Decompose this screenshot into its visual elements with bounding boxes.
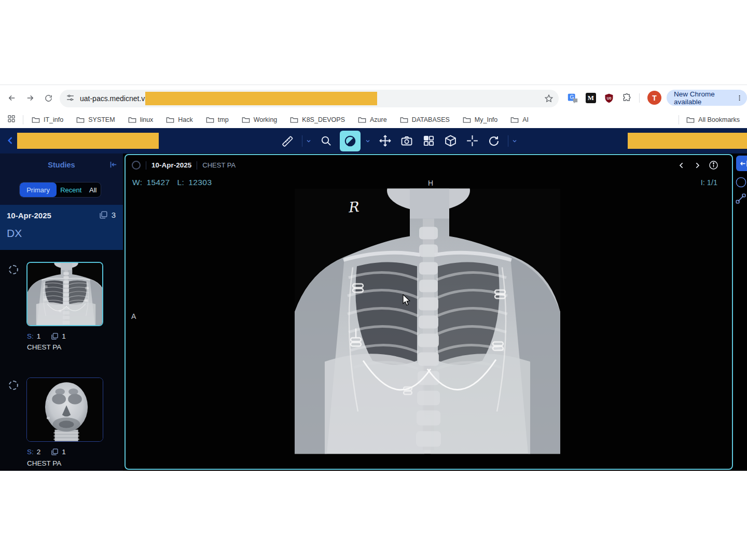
zoom-tool-button[interactable] bbox=[318, 133, 334, 149]
image-index-overlay: I: 1/1 bbox=[701, 178, 717, 187]
divider bbox=[302, 135, 302, 147]
site-info-icon[interactable] bbox=[66, 93, 75, 104]
m-extension-icon[interactable]: M bbox=[584, 91, 598, 105]
new-chrome-button[interactable]: New Chrome available bbox=[667, 90, 747, 106]
window-level-dropdown-chevron-icon[interactable] bbox=[365, 138, 371, 144]
divider bbox=[23, 115, 23, 124]
tab-recent[interactable]: Recent bbox=[57, 183, 85, 197]
expand-right-panel-button[interactable] bbox=[736, 156, 747, 171]
study-modality: DX bbox=[7, 227, 22, 240]
viewport-status-icon[interactable] bbox=[132, 161, 141, 170]
study-date: 10-Apr-2025 bbox=[7, 211, 51, 220]
apps-grid-icon[interactable] bbox=[7, 115, 16, 125]
pan-tool-button[interactable] bbox=[377, 133, 393, 149]
series-2-description: CHEST PA bbox=[27, 459, 61, 467]
tab-primary[interactable]: Primary bbox=[20, 183, 57, 197]
new-chrome-label: New Chrome available bbox=[674, 90, 732, 106]
viewer-body: Studies Primary Recent All 10-Apr-2025 3 bbox=[0, 153, 747, 471]
bookmark-folder-ai[interactable]: AI bbox=[510, 116, 529, 123]
film-side-marker: R bbox=[347, 199, 359, 216]
window-level-tool-button[interactable] bbox=[340, 131, 361, 151]
bookmark-folder-working[interactable]: Working bbox=[242, 116, 278, 123]
image-viewport[interactable]: 10-Apr-2025 CHEST PA W:15427 L:12303 I: bbox=[125, 154, 733, 470]
viewport-study-date: 10-Apr-2025 bbox=[151, 161, 191, 169]
reset-tool-button[interactable] bbox=[486, 133, 502, 149]
thumbnail-status-icon bbox=[9, 265, 18, 274]
bookmark-folder-system[interactable]: SYSTEM bbox=[76, 116, 115, 123]
previous-series-icon[interactable] bbox=[677, 161, 686, 172]
studies-panel-title: Studies bbox=[0, 161, 123, 169]
bookmark-folder-tmp[interactable]: tmp bbox=[206, 116, 229, 123]
divider bbox=[197, 161, 197, 170]
bookmark-star-icon[interactable] bbox=[544, 94, 554, 105]
divider bbox=[508, 135, 508, 147]
patient-info-redaction bbox=[17, 133, 159, 149]
window-level-overlay: W:15427 L:12303 bbox=[132, 178, 212, 187]
url-redaction bbox=[145, 92, 377, 105]
viewport-series-description: CHEST PA bbox=[202, 161, 236, 169]
divider bbox=[146, 161, 146, 170]
bookmark-folder-k8s-devops[interactable]: K8S_DEVOPS bbox=[290, 116, 345, 123]
bookmark-folder-azure[interactable]: Azure bbox=[358, 116, 387, 123]
user-info-redaction bbox=[628, 133, 747, 149]
browser-toolbar: uat-pacs.medicnet.vn/ G M U0 T New Chrom… bbox=[0, 85, 747, 111]
divider bbox=[639, 93, 640, 103]
info-icon[interactable] bbox=[709, 160, 718, 172]
series-thumbnail-2[interactable] bbox=[26, 377, 103, 442]
crosshairs-tool-button[interactable] bbox=[464, 133, 480, 149]
series-2-meta: S: 2 1 bbox=[27, 448, 66, 456]
orientation-marker-left: A bbox=[131, 312, 136, 320]
capture-tool-button[interactable] bbox=[399, 133, 414, 149]
bookmark-folder-my-info[interactable]: My_Info bbox=[463, 116, 497, 123]
translate-extension-icon[interactable]: G bbox=[565, 91, 580, 105]
divider bbox=[679, 115, 679, 124]
browser-forward-button[interactable] bbox=[22, 90, 38, 106]
profile-avatar[interactable]: T bbox=[647, 91, 661, 105]
svg-text:U0: U0 bbox=[607, 96, 612, 100]
xray-image bbox=[295, 188, 560, 454]
address-bar[interactable]: uat-pacs.medicnet.vn/ bbox=[60, 90, 559, 107]
bookmark-folder-linux[interactable]: linux bbox=[128, 116, 154, 123]
bookmark-folder-it-info[interactable]: IT_info bbox=[32, 116, 63, 123]
bookmark-folder-databases[interactable]: DATABASES bbox=[400, 116, 450, 123]
studies-panel-header: Studies Primary Recent All bbox=[0, 153, 123, 205]
reset-dropdown-chevron-icon[interactable] bbox=[511, 138, 518, 144]
kebab-menu-icon[interactable] bbox=[736, 94, 743, 102]
ublock-extension-icon[interactable]: U0 bbox=[602, 91, 616, 105]
mouse-cursor bbox=[403, 294, 411, 306]
bookmarks-bar: IT_info SYSTEM linux Hack tmp Working K8… bbox=[0, 111, 747, 128]
thumbnail-status-icon bbox=[9, 381, 18, 390]
viewport-nav bbox=[677, 160, 718, 172]
browser-reload-button[interactable] bbox=[40, 90, 56, 106]
tab-all[interactable]: All bbox=[85, 183, 101, 197]
bookmark-folder-hack[interactable]: Hack bbox=[166, 116, 192, 123]
right-panel-rail bbox=[734, 153, 747, 471]
viewport-header: 10-Apr-2025 CHEST PA bbox=[132, 161, 236, 170]
studies-panel: Studies Primary Recent All 10-Apr-2025 3 bbox=[0, 153, 123, 471]
url-text[interactable]: uat-pacs.medicnet.vn/ bbox=[80, 94, 151, 103]
series-1-description: CHEST PA bbox=[27, 343, 61, 351]
instances-stack-icon bbox=[51, 448, 59, 456]
mpr-3d-tool-button[interactable] bbox=[442, 133, 458, 149]
series-thumbnail-1[interactable] bbox=[26, 262, 103, 326]
series-stack-icon bbox=[99, 211, 108, 219]
measure-dropdown-chevron-icon[interactable] bbox=[306, 138, 312, 144]
chest-thumbnail-image bbox=[27, 263, 103, 326]
skull-thumbnail-image bbox=[27, 378, 103, 442]
orientation-marker-top: H bbox=[428, 179, 433, 187]
back-chevron-icon[interactable] bbox=[5, 135, 16, 148]
instances-stack-icon bbox=[51, 332, 59, 340]
all-bookmarks-button[interactable]: All Bookmarks bbox=[686, 116, 740, 123]
measure-tool-button[interactable] bbox=[280, 133, 296, 149]
screen: ? uat-pacs.medicnet.vn/ G bbox=[0, 0, 747, 560]
extensions-puzzle-icon[interactable] bbox=[620, 91, 634, 105]
study-item[interactable]: 10-Apr-2025 3 DX bbox=[0, 205, 123, 250]
segmentation-panel-icon[interactable] bbox=[735, 176, 747, 190]
next-series-icon[interactable] bbox=[693, 161, 701, 172]
layout-tool-button[interactable] bbox=[421, 133, 436, 149]
study-series-count: 3 bbox=[112, 211, 116, 219]
measurements-panel-icon[interactable] bbox=[735, 193, 746, 206]
browser-back-button[interactable] bbox=[4, 90, 20, 106]
collapse-panel-icon[interactable] bbox=[109, 160, 118, 171]
series-1-meta: S: 1 1 bbox=[27, 332, 66, 340]
